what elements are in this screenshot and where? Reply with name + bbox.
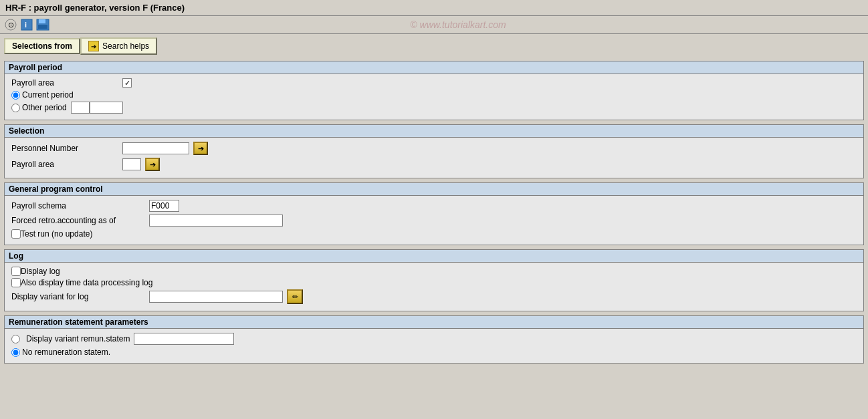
selection-body: Personnel Number ➔ Payroll area ➔ xyxy=(5,138,863,178)
current-period-radio[interactable] xyxy=(11,91,20,100)
general-program-control-body: Payroll schema Forced retro.accounting a… xyxy=(5,196,863,245)
selection-payroll-area-input[interactable] xyxy=(122,158,141,170)
search-helps-arrow-icon: ➔ xyxy=(88,41,99,51)
also-display-row: Also display time data processing log xyxy=(11,278,857,287)
other-period-input1[interactable] xyxy=(71,102,90,114)
search-helps-label: Search helps xyxy=(102,41,149,51)
save-icon[interactable] xyxy=(36,18,49,31)
current-period-label: Current period xyxy=(22,90,74,100)
title-bar: HR-F : payroll generator, version F (Fra… xyxy=(0,0,868,16)
forced-retro-input[interactable] xyxy=(149,215,283,227)
app-title: HR-F : payroll generator, version F (Fra… xyxy=(5,3,185,13)
also-display-checkbox[interactable] xyxy=(11,278,21,287)
remuneration-body: Display variant remun.statem No remunera… xyxy=(5,329,863,363)
also-display-label: Also display time data processing log xyxy=(21,278,152,287)
watermark: © www.tutorialkart.com xyxy=(52,19,864,30)
display-variant-log-row: Display variant for log ✏ xyxy=(11,289,857,304)
general-program-control-section: General program control Payroll schema F… xyxy=(4,182,864,245)
svg-text:⊙: ⊙ xyxy=(8,21,14,29)
no-remuneration-radio[interactable] xyxy=(11,348,20,357)
selection-section: Selection Personnel Number ➔ Payroll are… xyxy=(4,124,864,178)
back-icon[interactable]: ⊙ xyxy=(4,18,17,31)
selections-from-button[interactable]: Selections from xyxy=(4,38,80,54)
payroll-period-body: Payroll area ✓ Current period Other peri… xyxy=(5,74,863,120)
svg-text:i: i xyxy=(25,21,27,29)
svg-rect-6 xyxy=(38,25,47,29)
payroll-area-label: Payroll area xyxy=(11,78,118,88)
display-variant-log-pencil-button[interactable]: ✏ xyxy=(287,289,303,304)
personnel-number-label: Personnel Number xyxy=(11,144,118,153)
payroll-area-row: Payroll area ✓ xyxy=(11,78,857,88)
personnel-number-arrow-button[interactable]: ➔ xyxy=(193,142,208,155)
selection-payroll-area-row: Payroll area ➔ xyxy=(11,158,857,171)
personnel-number-input[interactable] xyxy=(122,142,189,154)
selection-header: Selection xyxy=(5,125,863,138)
display-variant-remun-row: Display variant remun.statem xyxy=(11,333,857,345)
other-period-input2[interactable] xyxy=(90,102,123,114)
display-variant-log-label: Display variant for log xyxy=(11,292,145,301)
toolbar: ⊙ i © www.tutorialkart.com xyxy=(0,16,868,34)
test-run-checkbox[interactable] xyxy=(11,229,21,239)
forced-retro-row: Forced retro.accounting as of xyxy=(11,215,857,227)
search-helps-button[interactable]: ➔ Search helps xyxy=(80,37,157,55)
log-header: Log xyxy=(5,250,863,263)
current-period-row: Current period xyxy=(11,90,857,100)
remuneration-section: Remuneration statement parameters Displa… xyxy=(4,315,864,364)
no-remuneration-row: No remuneration statem. xyxy=(11,347,857,357)
payroll-area-checkbox[interactable]: ✓ xyxy=(122,78,132,88)
display-variant-remun-input[interactable] xyxy=(134,333,234,345)
payroll-schema-label: Payroll schema xyxy=(11,201,145,211)
display-variant-remun-label: Display variant remun.statem xyxy=(26,334,130,343)
display-log-checkbox[interactable] xyxy=(11,267,21,276)
forced-retro-label: Forced retro.accounting as of xyxy=(11,216,145,225)
payroll-period-section: Payroll period Payroll area ✓ Current pe… xyxy=(4,61,864,120)
other-period-radio[interactable] xyxy=(11,104,20,112)
display-log-row: Display log xyxy=(11,267,857,276)
no-remuneration-label: No remuneration statem. xyxy=(22,347,110,357)
payroll-schema-row: Payroll schema xyxy=(11,200,857,212)
log-body: Display log Also display time data proce… xyxy=(5,263,863,311)
selection-payroll-area-label: Payroll area xyxy=(11,160,118,169)
display-variant-log-input[interactable] xyxy=(149,291,283,303)
svg-rect-5 xyxy=(39,19,45,23)
selection-payroll-area-arrow-button[interactable]: ➔ xyxy=(145,158,160,171)
other-period-label: Other period xyxy=(22,103,67,112)
remuneration-header: Remuneration statement parameters xyxy=(5,316,863,329)
personnel-number-row: Personnel Number ➔ xyxy=(11,142,857,155)
display-variant-remun-radio[interactable] xyxy=(11,335,20,343)
info-icon[interactable]: i xyxy=(20,18,33,31)
payroll-period-header: Payroll period xyxy=(5,61,863,74)
main-content: Payroll period Payroll area ✓ Current pe… xyxy=(0,58,868,370)
other-period-row: Other period xyxy=(11,102,857,114)
payroll-schema-input[interactable] xyxy=(149,200,179,212)
general-program-control-header: General program control xyxy=(5,183,863,196)
test-run-row: Test run (no update) xyxy=(11,229,857,239)
log-section: Log Display log Also display time data p… xyxy=(4,249,864,311)
action-toolbar: Selections from ➔ Search helps xyxy=(0,34,868,58)
display-log-label: Display log xyxy=(21,267,60,276)
test-run-label: Test run (no update) xyxy=(21,229,92,239)
